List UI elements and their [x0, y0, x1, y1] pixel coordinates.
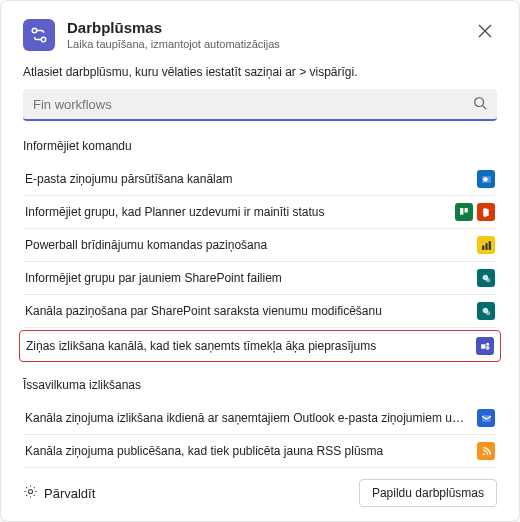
svg-point-13	[485, 311, 489, 315]
more-workflows-button[interactable]: Papildu darbplūsmas	[359, 479, 497, 507]
svg-point-18	[482, 453, 484, 455]
svg-rect-14	[481, 344, 485, 348]
search-icon	[473, 96, 487, 114]
workflow-list-summary: Kanāla ziņojuma izlikšana ikdienā ar saņ…	[23, 402, 497, 468]
workflow-item[interactable]: Kanāla ziņojuma publicēšana, kad tiek pu…	[23, 435, 497, 468]
planner-icon	[455, 203, 473, 221]
section-title-notify: Informējiet komandu	[23, 139, 497, 153]
dialog-subtitle: Laika taupīšana, izmantojot automatizāci…	[67, 37, 461, 51]
workflows-icon	[23, 19, 55, 51]
workflow-label: Informējiet grupu par jauniem SharePoint…	[25, 271, 477, 285]
svg-rect-5	[460, 208, 463, 215]
workflow-item[interactable]: Powerball brīdinājumu komandas paziņošan…	[23, 229, 497, 262]
workflow-label: Ziņas izlikšana kanālā, kad tiek saņemts…	[26, 339, 476, 353]
svg-rect-7	[482, 245, 484, 249]
svg-rect-8	[485, 243, 487, 250]
outlook-icon	[477, 170, 495, 188]
svg-point-4	[483, 177, 487, 181]
svg-rect-6	[464, 208, 467, 212]
svg-point-1	[41, 37, 46, 42]
manage-link[interactable]: Pārvaldīt	[23, 484, 95, 502]
workflow-item[interactable]: Kanāla paziņošana par SharePoint sarakst…	[23, 295, 497, 328]
workflow-item[interactable]: Informējiet grupu par jauniem SharePoint…	[23, 262, 497, 295]
svg-point-11	[485, 278, 489, 282]
svg-point-19	[28, 489, 32, 493]
workflow-label: Powerball brīdinājumu komandas paziņošan…	[25, 238, 477, 252]
svg-point-0	[32, 28, 37, 33]
dialog-footer: Pārvaldīt Papildu darbplūsmas	[23, 479, 497, 507]
close-button[interactable]	[473, 19, 497, 43]
workflow-item[interactable]: Informējiet grupu, kad Planner uzdevumi …	[23, 196, 497, 229]
instruction-text: Atlasiet darbplūsmu, kuru vēlaties iesta…	[23, 65, 497, 79]
office-icon	[477, 203, 495, 221]
workflow-label: E-pasta ziņojumu pārsūtīšana kanālam	[25, 172, 477, 186]
workflow-label: Informējiet grupu, kad Planner uzdevumi …	[25, 205, 455, 219]
workflow-label: Kanāla ziņojuma publicēšana, kad tiek pu…	[25, 444, 477, 458]
search-input[interactable]	[23, 89, 497, 121]
gear-icon	[23, 484, 38, 502]
manage-label: Pārvaldīt	[44, 486, 95, 501]
outlook-square-icon	[477, 409, 495, 427]
rss-icon	[477, 442, 495, 460]
workflow-item-highlighted[interactable]: Ziņas izlikšana kanālā, kad tiek saņemts…	[19, 330, 501, 362]
sharepoint-icon	[477, 269, 495, 287]
svg-rect-9	[488, 241, 490, 250]
workflow-label: Kanāla ziņojuma izlikšana ikdienā ar saņ…	[25, 411, 477, 425]
teams-icon	[476, 337, 494, 355]
svg-rect-16	[486, 346, 489, 350]
sharepoint-icon	[477, 302, 495, 320]
svg-point-15	[486, 343, 489, 346]
workflow-item[interactable]: Kanāla ziņojuma izlikšana ikdienā ar saņ…	[23, 402, 497, 435]
workflows-dialog: Darbplūsmas Laika taupīšana, izmantojot …	[0, 0, 520, 522]
workflow-item[interactable]: E-pasta ziņojumu pārsūtīšana kanālam	[23, 163, 497, 196]
dialog-header: Darbplūsmas Laika taupīšana, izmantojot …	[23, 19, 497, 51]
dialog-title: Darbplūsmas	[67, 19, 461, 37]
powerbi-icon	[477, 236, 495, 254]
header-text: Darbplūsmas Laika taupīšana, izmantojot …	[67, 19, 461, 51]
search-box	[23, 89, 497, 121]
section-title-summary: Īssavilkuma izlikšanas	[23, 378, 497, 392]
svg-point-2	[475, 98, 484, 107]
workflow-list-notify: E-pasta ziņojumu pārsūtīšana kanālam Inf…	[23, 163, 497, 362]
workflow-label: Kanāla paziņošana par SharePoint sarakst…	[25, 304, 477, 318]
